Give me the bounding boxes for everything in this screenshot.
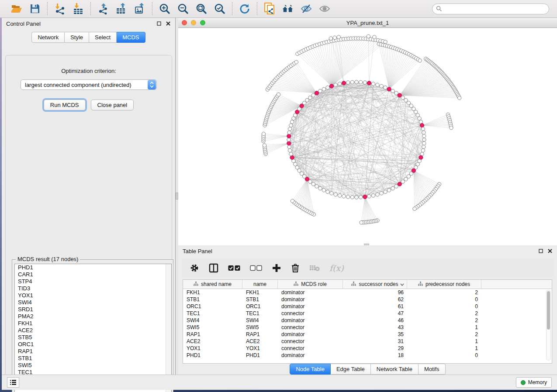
result-item[interactable]: SWI5 — [15, 362, 171, 369]
result-item[interactable]: ACE2 — [15, 327, 171, 334]
table-options-icon[interactable] — [190, 263, 199, 273]
network-node[interactable] — [404, 177, 408, 181]
leaf-node[interactable] — [360, 221, 363, 224]
result-item[interactable]: PMA2 — [15, 313, 171, 320]
leaf-node[interactable] — [337, 35, 340, 39]
network-titlebar[interactable]: YPA_prune.txt_1 — [178, 18, 557, 28]
zoom-out-icon[interactable] — [177, 3, 189, 15]
network-node[interactable] — [355, 80, 358, 84]
search-box[interactable] — [432, 3, 549, 14]
network-node[interactable] — [409, 104, 413, 107]
tab-motifs[interactable]: Motifs — [419, 364, 446, 375]
result-item[interactable]: STB1 — [15, 355, 171, 362]
deselect-all-icon[interactable] — [250, 263, 262, 273]
network-node[interactable] — [318, 186, 322, 190]
leaf-node[interactable] — [291, 199, 294, 203]
network-node[interactable] — [371, 82, 375, 86]
select-all-icon[interactable] — [228, 263, 240, 273]
network-node[interactable] — [289, 124, 293, 127]
network-node[interactable] — [391, 89, 394, 93]
network-node[interactable] — [422, 134, 426, 138]
leaf-node[interactable] — [263, 144, 266, 147]
optimization-criterion-select[interactable]: largest connected component (undirected) — [21, 79, 157, 90]
network-node[interactable] — [288, 149, 292, 152]
task-history-button[interactable] — [7, 377, 19, 388]
network-node[interactable] — [418, 159, 421, 162]
network-node[interactable] — [407, 175, 410, 178]
import-network-icon[interactable] — [54, 3, 66, 15]
network-node[interactable] — [342, 195, 346, 198]
network-node[interactable] — [287, 145, 291, 148]
network-node[interactable] — [287, 131, 291, 134]
network-node[interactable] — [311, 93, 315, 97]
leaf-node[interactable] — [329, 37, 332, 40]
table-row[interactable]: YOX1YOX1connector291 — [183, 345, 552, 352]
network-canvas-svg[interactable] — [178, 28, 557, 245]
network-node[interactable] — [376, 83, 379, 86]
column-header-successor-nodes[interactable]: successor nodes — [343, 280, 407, 289]
network-node[interactable] — [401, 96, 405, 100]
network-node[interactable] — [322, 189, 325, 192]
result-item[interactable]: PHD1 — [15, 264, 171, 271]
leaf-node[interactable] — [294, 60, 298, 64]
network-node[interactable] — [292, 117, 295, 120]
network-node[interactable] — [289, 152, 293, 156]
open-file-icon[interactable] — [10, 3, 23, 15]
float-icon[interactable] — [538, 248, 543, 254]
close-icon[interactable] — [547, 248, 553, 254]
hide-selected-icon[interactable] — [300, 3, 312, 15]
mcds-node[interactable] — [363, 195, 367, 199]
result-item[interactable]: SRD1 — [15, 306, 171, 313]
refresh-icon[interactable] — [239, 3, 251, 15]
mcds-node[interactable] — [287, 141, 291, 145]
tab-network[interactable]: Network — [31, 32, 65, 43]
table-row[interactable]: RAP1RAP1dominator352 — [183, 331, 552, 338]
tab-mcds[interactable]: MCDS — [117, 32, 145, 43]
zoom-fit-icon[interactable] — [195, 3, 208, 15]
mcds-node[interactable] — [387, 87, 391, 91]
table-row[interactable]: PHD1PHD1dominator180 — [183, 352, 552, 359]
zoom-in-icon[interactable] — [159, 3, 171, 15]
show-all-icon[interactable] — [318, 3, 331, 15]
network-node[interactable] — [418, 117, 421, 120]
leaf-node[interactable] — [262, 132, 265, 136]
mcds-node[interactable] — [342, 81, 346, 85]
mcds-node[interactable] — [367, 81, 371, 85]
result-item[interactable]: YOX1 — [15, 292, 171, 299]
mcds-node[interactable] — [290, 155, 294, 159]
network-node[interactable] — [290, 120, 294, 124]
network-node[interactable] — [288, 127, 292, 131]
result-item[interactable]: STB5 — [15, 334, 171, 341]
mcds-result-list[interactable]: PHD1CAR1STP4TID3YOX1SWI4SRD1PMA2FKH1ACE2… — [14, 264, 172, 392]
network-node[interactable] — [371, 194, 375, 197]
network-node[interactable] — [380, 192, 383, 195]
mcds-node[interactable] — [315, 91, 318, 95]
export-image-icon[interactable] — [134, 3, 146, 15]
tab-edge-table[interactable]: Edge Table — [331, 364, 371, 375]
network-node[interactable] — [318, 89, 322, 93]
import-table-icon[interactable] — [72, 3, 84, 15]
column-header-name[interactable]: name — [242, 280, 278, 289]
column-header-MCDS-role[interactable]: MCDS role — [278, 280, 343, 289]
network-node[interactable] — [326, 86, 329, 89]
tab-select[interactable]: Select — [89, 32, 117, 43]
network-node[interactable] — [346, 195, 349, 199]
network-node[interactable] — [305, 98, 309, 102]
network-node[interactable] — [404, 98, 408, 102]
table-row[interactable]: ORC1ORC1dominator610 — [183, 303, 552, 310]
column-header-shared-name[interactable]: shared name — [183, 280, 242, 289]
save-session-icon[interactable] — [29, 3, 41, 15]
network-node[interactable] — [355, 196, 358, 199]
network-node[interactable] — [367, 195, 371, 198]
network-node[interactable] — [394, 91, 398, 95]
delete-column-icon[interactable] — [291, 263, 300, 273]
leaf-node[interactable] — [418, 59, 422, 62]
result-item[interactable]: CAR1 — [15, 271, 171, 278]
network-node[interactable] — [315, 185, 318, 188]
column-header-predecessor-nodes[interactable]: predecessor nodes — [407, 280, 481, 289]
leaf-node[interactable] — [373, 35, 376, 39]
result-item[interactable]: FKH1 — [15, 320, 171, 327]
add-column-icon[interactable] — [272, 263, 281, 273]
leaf-node[interactable] — [413, 207, 416, 210]
network-node[interactable] — [376, 193, 379, 196]
